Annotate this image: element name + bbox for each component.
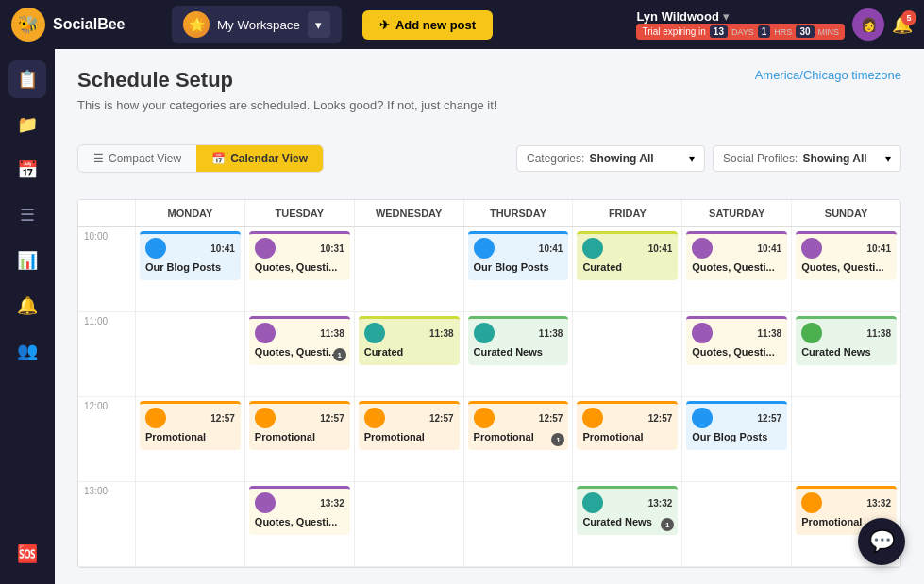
calendar-cell: 10:41Quotes, Questi...: [792, 227, 900, 312]
calendar-cell: 12:57Our Blog Posts: [682, 397, 791, 482]
sidebar-item-schedule[interactable]: 📅: [8, 151, 46, 189]
logo-area: 🐝 SocialBee: [11, 8, 162, 42]
post-card[interactable]: 11:38Quotes, Questi...: [686, 316, 787, 365]
compact-label: Compact View: [109, 152, 181, 165]
profiles-filter[interactable]: Social Profiles: Showing All ▾: [713, 145, 901, 172]
time-label: 11:00: [78, 312, 135, 397]
post-label: Our Blog Posts: [692, 431, 781, 442]
day-header-sunday: SUNDAY: [791, 200, 900, 226]
post-label: Quotes, Questi...: [801, 261, 891, 273]
sidebar-item-chart[interactable]: 📊: [8, 242, 46, 279]
post-avatar: [474, 323, 495, 343]
day-header-thursday: THURSDAY: [463, 200, 573, 226]
svg-point-0: [149, 242, 162, 255]
post-card[interactable]: 13:32Quotes, Questi...: [249, 486, 350, 535]
post-time: 13:32: [866, 498, 891, 509]
post-card[interactable]: 11:38Quotes, Questi...1: [249, 316, 350, 365]
post-card[interactable]: 12:57Our Blog Posts: [686, 401, 787, 450]
time-header-cell: [78, 200, 135, 226]
post-label: Our Blog Posts: [474, 261, 563, 273]
notification-button[interactable]: 🔔 5: [892, 14, 913, 35]
svg-point-12: [586, 411, 599, 425]
svg-point-13: [586, 496, 599, 509]
sidebar-item-list[interactable]: ☰: [8, 196, 46, 234]
post-label: Quotes, Questi...: [255, 516, 344, 527]
trial-label: Trial expiring in: [642, 26, 705, 37]
calendar-cell: [136, 312, 244, 397]
calendar-view-button[interactable]: 📅 Calendar View: [196, 145, 323, 172]
add-post-button[interactable]: ✈ Add new post: [362, 10, 493, 40]
post-card[interactable]: 13:32Curated News1: [577, 486, 678, 535]
post-card[interactable]: 11:38Curated News: [796, 316, 897, 365]
post-time: 10:31: [320, 243, 344, 254]
chat-bubble-button[interactable]: 💬: [858, 518, 905, 565]
post-card[interactable]: 12:57Promotional: [249, 401, 350, 450]
post-card[interactable]: 10:41Quotes, Questi...: [796, 231, 897, 280]
svg-point-10: [478, 411, 491, 425]
post-label: Curated News: [582, 516, 672, 527]
post-card[interactable]: 10:41Quotes, Questi...: [686, 231, 787, 280]
user-name: Lyn Wildwood: [636, 9, 719, 24]
post-time: 13:32: [320, 498, 344, 509]
svg-point-6: [368, 326, 381, 340]
post-card[interactable]: 10:31Quotes, Questi...: [249, 231, 350, 280]
sidebar-item-help[interactable]: 🆘: [8, 535, 46, 573]
svg-point-8: [478, 242, 491, 255]
post-time: 12:57: [539, 413, 563, 424]
post-label: Promotional: [255, 431, 344, 442]
post-card[interactable]: 12:57Promotional: [577, 401, 678, 450]
post-label: Quotes, Questi...: [255, 346, 344, 358]
post-card[interactable]: 10:41Our Blog Posts: [140, 231, 241, 280]
svg-point-4: [259, 411, 272, 425]
post-label: Quotes, Questi...: [692, 261, 781, 273]
day-column-thursday: 10:41Our Blog Posts11:38Curated News12:5…: [463, 227, 573, 567]
post-card[interactable]: 10:41Curated: [577, 231, 678, 280]
post-card[interactable]: 11:38Curated News: [468, 316, 569, 365]
calendar-cell: [355, 482, 463, 567]
post-card[interactable]: 12:57Promotional: [359, 401, 460, 450]
post-time: 11:38: [429, 328, 454, 339]
post-time: 10:41: [539, 243, 563, 254]
post-avatar: [801, 492, 822, 513]
timezone-link[interactable]: America/Chicago timezone: [755, 68, 901, 82]
sidebar-item-folder[interactable]: 📁: [8, 106, 46, 143]
post-time: 10:41: [648, 243, 673, 254]
calendar-cell: 12:57Promotional1: [464, 397, 573, 482]
title-section: Schedule Setup This is how your categori…: [77, 68, 496, 129]
day-header-monday: MONDAY: [135, 200, 244, 226]
post-label: Promotional: [364, 431, 454, 442]
sidebar-item-clipboard[interactable]: 📋: [8, 60, 46, 98]
svg-point-5: [259, 496, 272, 509]
svg-point-19: [805, 496, 818, 509]
content-area: Schedule Setup This is how your categori…: [55, 49, 924, 584]
categories-filter[interactable]: Categories: Showing All ▾: [516, 145, 705, 172]
workspace-button[interactable]: 🌟 My Workspace ▾: [172, 6, 342, 43]
post-avatar: [474, 238, 495, 259]
post-label: Promotional: [582, 431, 672, 442]
sidebar-item-users[interactable]: 👥: [8, 332, 46, 370]
post-time: 12:57: [429, 413, 454, 424]
calendar-cell: 12:57Promotional: [245, 397, 354, 482]
post-label: Promotional: [145, 431, 235, 442]
trial-mins-count: 30: [796, 25, 814, 38]
post-avatar: [255, 238, 276, 259]
sidebar-item-bell[interactable]: 🔔: [8, 287, 46, 325]
post-avatar: [145, 408, 166, 428]
post-card[interactable]: 12:57Promotional1: [468, 401, 569, 450]
post-label: Our Blog Posts: [145, 261, 235, 273]
post-label: Curated News: [801, 346, 891, 358]
svg-point-17: [805, 242, 818, 255]
calendar-cell: 11:38Curated News: [464, 312, 573, 397]
svg-point-2: [259, 242, 272, 255]
day-column-saturday: 10:41Quotes, Questi...11:38Quotes, Quest…: [681, 227, 791, 567]
trial-hrs-count: 1: [758, 25, 771, 38]
post-card[interactable]: 11:38Curated: [359, 316, 460, 365]
day-header-tuesday: TUESDAY: [244, 200, 354, 226]
compact-view-button[interactable]: ☰ Compact View: [78, 145, 196, 172]
categories-chevron-icon: ▾: [689, 152, 695, 165]
calendar-header: MONDAY TUESDAY WEDNESDAY THURSDAY FRIDAY…: [78, 200, 900, 227]
hrs-label: HRS: [774, 27, 792, 37]
post-card[interactable]: 12:57Promotional: [140, 401, 241, 450]
workspace-label: My Workspace: [217, 18, 300, 32]
post-card[interactable]: 10:41Our Blog Posts: [468, 231, 569, 280]
